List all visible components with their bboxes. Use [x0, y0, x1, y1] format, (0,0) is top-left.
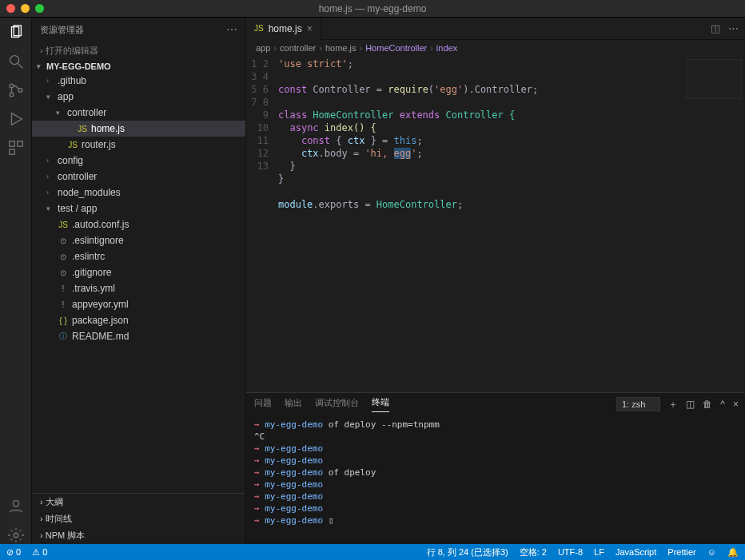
panel-tabs: 问题输出调试控制台终端 1: zsh ＋ ◫ 🗑 ^ ×: [246, 393, 745, 415]
window-controls: [6, 4, 44, 13]
svg-rect-10: [9, 149, 14, 154]
status-formatter[interactable]: Prettier: [667, 547, 695, 557]
line-gutter: 1 2 3 4 5 6 7 8 9 10 11 12 13: [246, 56, 275, 392]
split-terminal-icon[interactable]: ◫: [686, 399, 695, 410]
maximize-window[interactable]: [35, 4, 44, 13]
file-tree: ›.github▾app▾controllerJShome.jsJSrouter…: [32, 73, 245, 493]
breadcrumb-index[interactable]: index: [436, 43, 457, 53]
svg-point-11: [13, 501, 18, 506]
status-cursor[interactable]: 行 8, 列 24 (已选择3): [427, 546, 508, 558]
file-.travis.yml[interactable]: !.travis.yml: [32, 280, 245, 296]
extensions-icon[interactable]: [7, 139, 25, 157]
file-package.json[interactable]: { }package.json: [32, 312, 245, 328]
svg-point-5: [10, 93, 14, 97]
sidebar-panel-大綱[interactable]: › 大綱: [32, 494, 245, 510]
status-eol[interactable]: LF: [594, 547, 604, 557]
svg-point-12: [14, 533, 18, 538]
breadcrumb-controller[interactable]: controller: [280, 43, 316, 53]
open-editors-header[interactable]: › 打开的编辑器: [32, 42, 245, 60]
folder-test / app[interactable]: ▾test / app: [32, 201, 245, 216]
svg-rect-8: [9, 141, 14, 146]
sidebar-title: 资源管理器: [40, 24, 84, 36]
svg-rect-9: [17, 141, 22, 146]
project-header[interactable]: ▾MY-EGG-DEMO: [32, 60, 245, 73]
js-file-icon: JS: [254, 24, 264, 33]
panel-tab-输出[interactable]: 输出: [285, 397, 302, 412]
terminal-selector[interactable]: 1: zsh: [616, 397, 660, 411]
editor-area: JS home.js × ◫ ⋯ app›controller›home.js›…: [246, 18, 745, 544]
close-tab-icon[interactable]: ×: [307, 23, 313, 34]
file-README.md[interactable]: ⓘREADME.md: [32, 328, 245, 344]
breadcrumb[interactable]: app›controller›home.js›HomeController›in…: [246, 40, 745, 56]
status-language[interactable]: JavaScript: [616, 547, 656, 557]
status-bar: ⊘ 0 ⚠ 0 行 8, 列 24 (已选择3) 空格: 2 UTF-8 LF …: [0, 544, 745, 560]
file-home.js[interactable]: JShome.js: [32, 121, 245, 137]
account-icon[interactable]: [7, 498, 25, 515]
folder-app[interactable]: ▾app: [32, 89, 245, 105]
search-icon[interactable]: [7, 53, 25, 70]
minimap[interactable]: [686, 59, 742, 99]
title-bar: home.js — my-egg-demo: [0, 0, 745, 18]
svg-line-3: [18, 64, 22, 69]
code-editor[interactable]: 1 2 3 4 5 6 7 8 9 10 11 12 13 'use stric…: [246, 56, 745, 392]
folder-config[interactable]: ›config: [32, 153, 245, 169]
status-warnings[interactable]: ⚠ 0: [32, 547, 47, 558]
file-.eslintrc[interactable]: ⊙.eslintrc: [32, 248, 245, 264]
files-icon[interactable]: [7, 24, 25, 42]
minimize-window[interactable]: [21, 4, 30, 13]
code-content[interactable]: 'use strict'; const Controller = require…: [275, 56, 745, 392]
file-.autod.conf.js[interactable]: JS.autod.conf.js: [32, 216, 245, 232]
svg-point-4: [10, 84, 14, 88]
kill-terminal-icon[interactable]: 🗑: [703, 399, 712, 410]
file-.gitignore[interactable]: ⊙.gitignore: [32, 264, 245, 280]
status-errors[interactable]: ⊘ 0: [6, 547, 21, 558]
folder-.github[interactable]: ›.github: [32, 73, 245, 89]
editor-more-icon[interactable]: ⋯: [728, 22, 739, 34]
status-feedback-icon[interactable]: ☺: [707, 547, 716, 557]
terminal-output[interactable]: → my-egg-demo of deploy --npm=tnpmm^C→ m…: [246, 415, 745, 544]
tab-label: home.js: [269, 23, 302, 34]
panel-tab-调试控制台[interactable]: 调试控制台: [315, 397, 359, 412]
maximize-panel-icon[interactable]: ^: [720, 399, 725, 410]
svg-marker-7: [11, 113, 22, 125]
sidebar-panel-时间线[interactable]: › 时间线: [32, 510, 245, 527]
terminal-panel: 问题输出调试控制台终端 1: zsh ＋ ◫ 🗑 ^ × → my-egg-de…: [246, 392, 745, 544]
new-terminal-icon[interactable]: ＋: [668, 398, 678, 411]
panel-tab-问题[interactable]: 问题: [254, 397, 272, 412]
close-window[interactable]: [6, 4, 15, 13]
close-panel-icon[interactable]: ×: [733, 399, 739, 410]
file-router.js[interactable]: JSrouter.js: [32, 137, 245, 153]
source-control-icon[interactable]: [7, 81, 25, 99]
breadcrumb-app[interactable]: app: [256, 43, 270, 53]
breadcrumb-home.js[interactable]: home.js: [325, 43, 357, 53]
svg-point-2: [10, 56, 18, 65]
editor-tabs: JS home.js × ◫ ⋯: [246, 18, 745, 40]
status-bell-icon[interactable]: 🔔: [727, 547, 739, 558]
sidebar-panel-NPM 脚本[interactable]: › NPM 脚本: [32, 527, 245, 544]
split-editor-icon[interactable]: ◫: [711, 22, 720, 34]
status-encoding[interactable]: UTF-8: [558, 547, 583, 557]
sidebar: 资源管理器 ⋯ › 打开的编辑器 ▾MY-EGG-DEMO ›.github▾a…: [32, 18, 246, 544]
debug-icon[interactable]: [7, 110, 25, 128]
sidebar-more-icon[interactable]: ⋯: [226, 23, 237, 36]
window-title: home.js — my-egg-demo: [319, 3, 427, 14]
tab-home-js[interactable]: JS home.js ×: [246, 18, 321, 40]
folder-controller[interactable]: ▾controller: [32, 105, 245, 121]
folder-node_modules[interactable]: ›node_modules: [32, 185, 245, 201]
settings-gear-icon[interactable]: [7, 526, 25, 544]
status-spaces[interactable]: 空格: 2: [520, 546, 547, 558]
folder-controller[interactable]: ›controller: [32, 169, 245, 185]
panel-tab-终端[interactable]: 终端: [372, 396, 389, 412]
activity-bar: [0, 18, 32, 544]
file-appveyor.yml[interactable]: !appveyor.yml: [32, 296, 245, 312]
file-.eslintignore[interactable]: ⊙.eslintignore: [32, 232, 245, 248]
breadcrumb-HomeController[interactable]: HomeController: [365, 43, 427, 53]
